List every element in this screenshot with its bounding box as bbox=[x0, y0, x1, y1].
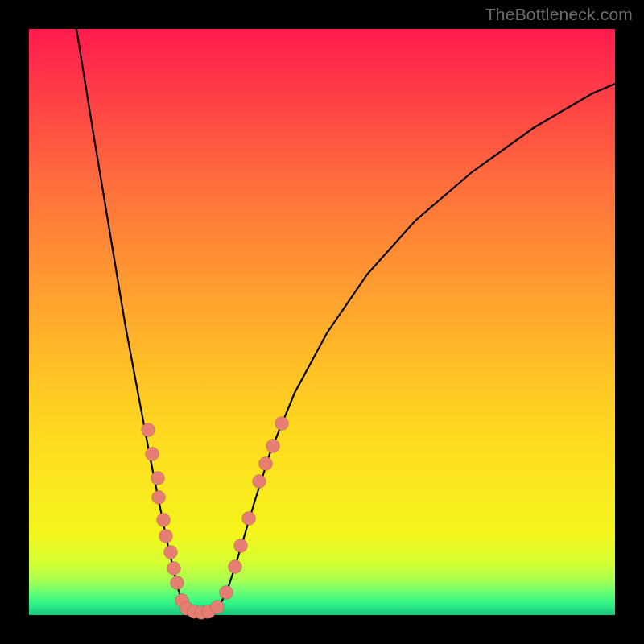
data-bead bbox=[253, 475, 266, 489]
data-bead bbox=[152, 491, 166, 505]
data-bead bbox=[146, 448, 159, 461]
curve-svg bbox=[29, 29, 615, 615]
outer-frame: TheBottleneck.com bbox=[0, 0, 644, 644]
data-bead bbox=[157, 514, 171, 527]
data-bead bbox=[151, 472, 165, 485]
data-bead bbox=[220, 586, 233, 600]
data-bead bbox=[229, 560, 242, 574]
data-bead bbox=[266, 440, 280, 453]
data-bead bbox=[159, 530, 173, 543]
watermark-text: TheBottleneck.com bbox=[485, 5, 633, 24]
data-bead bbox=[167, 562, 181, 576]
data-bead bbox=[211, 601, 225, 614]
data-bead bbox=[275, 417, 289, 431]
data-bead bbox=[242, 512, 256, 526]
bottleneck-curve bbox=[76, 29, 615, 613]
bead-group bbox=[142, 417, 289, 620]
data-bead bbox=[234, 539, 248, 553]
data-bead bbox=[142, 423, 155, 437]
data-bead bbox=[259, 457, 273, 471]
data-bead bbox=[171, 576, 184, 590]
plot-area bbox=[29, 29, 615, 615]
data-bead bbox=[164, 546, 178, 559]
